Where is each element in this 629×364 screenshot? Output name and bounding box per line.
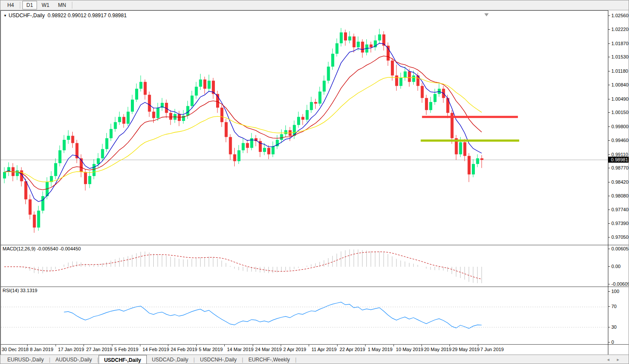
date-tick-mark [394, 345, 394, 346]
price-tick-label: 1.01870 [611, 41, 629, 46]
date-tick-label: 11 Apr 2019 [311, 347, 337, 352]
chart-header: ▼USDCHF-,Daily 0.98922 0.99012 0.98917 0… [3, 12, 127, 19]
macd-canvas[interactable] [1, 245, 608, 287]
date-tick-mark [196, 345, 197, 346]
price-tick-label: 0.98420 [611, 179, 629, 185]
rsi-tick-mark [608, 342, 610, 342]
price-tick-label: 0.97740 [611, 207, 629, 212]
price-tick-mark [608, 182, 610, 182]
timeframe-toolbar: H4D1W1MN [0, 0, 629, 10]
current-price-badge: 0.98981 [608, 157, 629, 163]
macd-label: MACD(12,26,9) -0.005540 -0.004450 [3, 246, 81, 251]
macd-tick-label: -0.006096 [611, 281, 629, 287]
price-chart-canvas[interactable] [1, 11, 608, 245]
date-tick-mark [253, 345, 253, 346]
price-tick-label: 1.02560 [611, 13, 629, 18]
price-axis[interactable]: 1.025601.022201.018701.015301.011801.008… [608, 10, 629, 355]
date-tick-mark [309, 345, 309, 346]
macd-tick-mark [608, 284, 610, 284]
price-tick-label: 1.02220 [611, 27, 629, 32]
axis-section-divider [608, 245, 629, 245]
date-tick-mark [140, 345, 140, 346]
rsi-panel[interactable]: RSI(14) 33.1319 [0, 287, 608, 344]
tab-usdcnh-daily[interactable]: USDCNH-,Daily [195, 355, 242, 364]
price-tick-label: 1.01530 [611, 54, 629, 59]
time-axis[interactable]: 30 Dec 20188 Jan 201917 Jan 201927 Jan 2… [0, 344, 608, 355]
price-tick-label: 1.00150 [611, 110, 629, 115]
price-tick-label: 0.99800 [611, 124, 629, 129]
price-tick-mark [608, 196, 610, 196]
date-tick-label: 5 Mar 2019 [199, 347, 223, 352]
date-tick-label: 1 May 2019 [368, 347, 392, 352]
price-tick-label: 1.00840 [611, 82, 629, 87]
macd-panel[interactable]: MACD(12,26,9) -0.005540 -0.004450 [0, 245, 608, 287]
rsi-canvas[interactable] [1, 287, 608, 344]
price-tick-mark [608, 168, 610, 168]
toolbar-separator [20, 2, 20, 9]
date-tick-mark [84, 345, 84, 346]
macd-values: -0.005540 -0.004450 [37, 246, 81, 251]
rsi-tick-label: 100 [611, 289, 619, 294]
price-tick-label: 1.01180 [611, 68, 628, 74]
date-tick-label: 29 May 2019 [452, 347, 480, 352]
price-tick-label: 0.98770 [611, 165, 629, 170]
price-tick-mark [608, 99, 610, 99]
timeframe-button-h4[interactable]: H4 [3, 1, 18, 9]
tab-eurchf-weekly[interactable]: EURCHF-,Weekly [243, 355, 295, 364]
price-tick-mark [608, 112, 610, 113]
toolbar-separator [72, 2, 72, 9]
date-tick-mark [478, 345, 478, 346]
price-panel[interactable]: ▼USDCHF-,Daily 0.98922 0.99012 0.98917 0… [0, 10, 608, 245]
date-tick-mark [365, 345, 366, 346]
rsi-title: RSI(14) [3, 288, 19, 293]
price-tick-mark [608, 140, 610, 141]
price-tick-mark [608, 71, 610, 71]
date-tick-mark [168, 345, 168, 346]
timeframe-button-mn[interactable]: MN [54, 1, 70, 9]
chart-tabs-bar: EURUSD-,Daily|AUDUSD-,Daily|USDCHF-,Dail… [0, 355, 629, 364]
date-tick-label: 20 May 2019 [424, 347, 452, 352]
date-tick-mark [27, 345, 28, 346]
mt4-window: H4D1W1MN ▼USDCHF-,Daily 0.98922 0.99012 … [0, 0, 629, 364]
price-tick-label: 0.97390 [611, 221, 629, 226]
price-tick-mark [608, 85, 610, 85]
date-tick-label: 24 Feb 2019 [170, 347, 197, 352]
price-tick-label: 1.00490 [611, 96, 629, 102]
date-tick-label: 17 Jan 2019 [58, 347, 84, 352]
price-tick-mark [608, 126, 610, 127]
chart-shift-marker-icon[interactable] [484, 13, 489, 16]
price-tick-mark [608, 154, 610, 155]
date-tick-label: 10 May 2019 [396, 347, 424, 352]
chevron-down-icon[interactable]: ▼ [3, 14, 7, 18]
date-tick-mark [224, 345, 225, 346]
price-tick-mark [608, 43, 610, 44]
macd-title: MACD(12,26,9) [3, 246, 35, 251]
price-tick-mark [608, 15, 610, 16]
price-tick-mark [608, 29, 610, 30]
timeframe-button-w1[interactable]: W1 [38, 1, 53, 9]
tab-scroll-arrows: ◄► [606, 358, 626, 362]
tab-usdcad-daily[interactable]: USDCAD-,Daily [147, 355, 194, 364]
macd-tick-mark [608, 266, 610, 267]
tab-audusd-daily[interactable]: AUDUSD-,Daily [50, 355, 97, 364]
tab-usdchf-daily[interactable]: USDCHF-,Daily [99, 355, 147, 364]
date-tick-label: 8 Jan 2019 [30, 347, 53, 352]
date-tick-label: 14 Feb 2019 [143, 347, 169, 352]
date-tick-label: 5 Feb 2019 [115, 347, 139, 352]
tab-eurusd-daily[interactable]: EURUSD-,Daily [2, 355, 49, 364]
rsi-tick-label: 30 [611, 324, 617, 330]
rsi-tick-label: 0 [611, 339, 614, 345]
price-tick-mark [608, 57, 610, 57]
macd-tick-mark [608, 249, 610, 249]
rsi-tick-label: 70 [611, 304, 617, 309]
rsi-tick-mark [608, 291, 610, 292]
timeframe-button-d1[interactable]: D1 [22, 1, 37, 9]
date-tick-mark [449, 345, 450, 346]
date-tick-mark [281, 345, 281, 346]
tab-scroll-left-icon[interactable]: ◄ [606, 358, 616, 362]
tab-scroll-right-icon[interactable]: ► [616, 358, 626, 362]
price-tick-label: 0.98080 [611, 193, 629, 198]
date-tick-label: 22 Apr 2019 [340, 347, 365, 352]
date-tick-label: 7 Jun 2019 [480, 347, 504, 352]
price-tick-label: 0.99460 [611, 138, 629, 143]
